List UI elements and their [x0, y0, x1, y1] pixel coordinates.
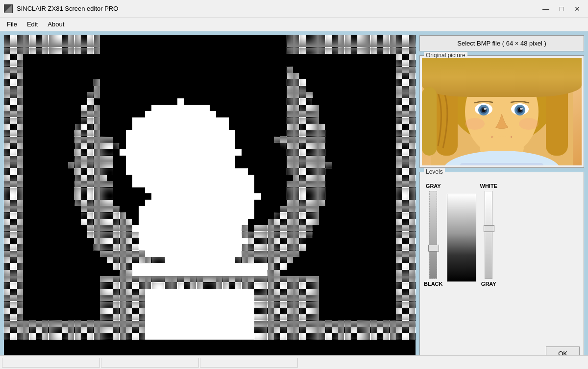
- zx81-pixel-canvas: [4, 35, 416, 340]
- gray-top-label: GRAY: [426, 183, 441, 189]
- svg-point-4: [449, 58, 555, 97]
- close-button[interactable]: ✕: [570, 3, 584, 14]
- app-title: SINCLAIR ZX81 Screen editor PRO: [17, 5, 118, 12]
- menu-item-about[interactable]: About: [43, 19, 69, 29]
- menu-bar: File Edit About: [0, 18, 588, 31]
- minimize-button[interactable]: —: [539, 3, 553, 14]
- original-picture-image: [422, 58, 582, 165]
- svg-rect-6: [546, 82, 568, 156]
- svg-point-11: [484, 108, 487, 110]
- app-icon: [4, 4, 13, 13]
- status-panel-2: [101, 358, 199, 368]
- gray-bottom-label: GRAY: [481, 281, 496, 287]
- status-bar: [0, 355, 588, 369]
- white-top-label: WHITE: [480, 183, 497, 189]
- svg-point-17: [465, 118, 485, 130]
- white-slider-thumb[interactable]: [484, 225, 494, 232]
- svg-rect-22: [460, 163, 543, 165]
- status-panel-1: [2, 358, 100, 368]
- menu-item-file[interactable]: File: [2, 19, 22, 29]
- portrait-svg: [422, 58, 582, 165]
- levels-label: Levels: [424, 168, 445, 175]
- black-bottom-label: BLACK: [424, 281, 443, 287]
- select-bmp-button[interactable]: Select BMP file ( 64 × 48 pixel ): [419, 35, 584, 51]
- zx81-canvas-area: [4, 35, 416, 365]
- svg-point-18: [519, 118, 539, 130]
- gradient-preview: [447, 194, 476, 282]
- right-panel: Select BMP file ( 64 × 48 pixel ) Origin…: [419, 35, 584, 365]
- title-bar: SINCLAIR ZX81 Screen editor PRO — □ ✕: [0, 0, 588, 18]
- menu-item-edit[interactable]: Edit: [22, 19, 43, 29]
- main-content: Select BMP file ( 64 × 48 pixel ) Origin…: [0, 31, 588, 369]
- original-picture-frame: Original picture: [419, 55, 584, 168]
- gray-slider-thumb[interactable]: [428, 245, 439, 252]
- window-controls: — □ ✕: [539, 3, 584, 14]
- levels-frame: Levels GRAY BLACK WHITE: [419, 172, 584, 365]
- status-panel-3: [200, 358, 298, 368]
- maximize-button[interactable]: □: [555, 3, 568, 14]
- title-bar-left: SINCLAIR ZX81 Screen editor PRO: [4, 4, 118, 13]
- svg-point-16: [520, 108, 523, 110]
